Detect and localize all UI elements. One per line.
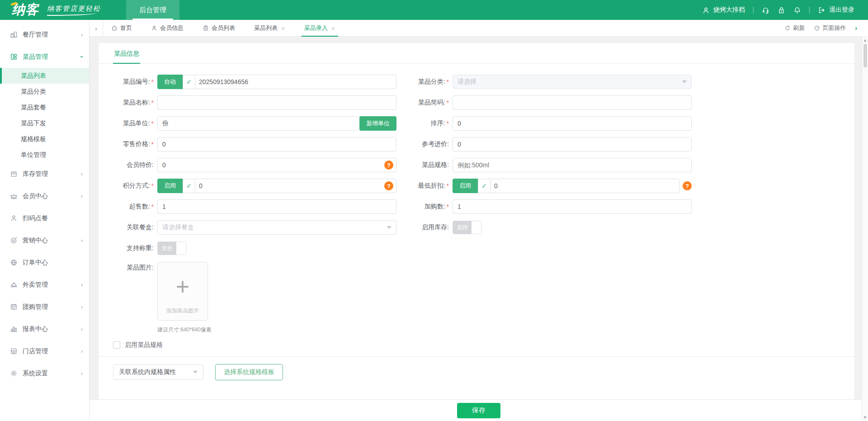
- field-dish-name: 菜品名称:*: [113, 95, 396, 110]
- sidebar-item-member-center[interactable]: 会员中心 ›: [0, 185, 89, 207]
- divider: [99, 356, 854, 357]
- sidebar-item-settings[interactable]: 系统设置 ›: [0, 362, 89, 384]
- dish-spec-input[interactable]: [458, 161, 687, 169]
- points-enable-button[interactable]: 启用: [157, 179, 183, 193]
- sidebar-item-scan-order[interactable]: 扫码点餐: [0, 207, 89, 229]
- enable-spec-checkbox[interactable]: [113, 341, 120, 349]
- field-label: 起售数:*: [113, 203, 157, 211]
- tab-home[interactable]: 首页: [108, 20, 135, 36]
- linked-box-select[interactable]: 请选择餐盒: [157, 220, 396, 235]
- sidebar-item-reports[interactable]: 报表中心 ›: [0, 318, 89, 340]
- spec-template-row: 关联系统内规格属性 选择系统规格模板: [113, 364, 840, 380]
- sidebar-item-groupbuy[interactable]: 团购管理 ›: [0, 296, 89, 318]
- ref-purchase-price-input[interactable]: [458, 141, 687, 148]
- save-button[interactable]: 保存: [457, 403, 500, 418]
- logout-button[interactable]: 退出登录: [818, 6, 854, 14]
- dish-grid-icon: [10, 53, 18, 61]
- scrollbar-thumb[interactable]: [863, 44, 867, 67]
- check-icon[interactable]: ✓: [183, 75, 195, 89]
- points-value-input[interactable]: [199, 182, 392, 189]
- choose-spec-template-button[interactable]: 选择系统规格模板: [215, 364, 283, 380]
- page-operations-button[interactable]: 页面操作: [814, 24, 846, 32]
- dish-code-input[interactable]: [199, 78, 392, 85]
- field-label: 菜品编号:*: [113, 78, 157, 86]
- scroll-up-icon[interactable]: ▲: [863, 37, 867, 44]
- auto-code-button[interactable]: 自动: [157, 75, 183, 89]
- upload-label: 添加菜品图片: [158, 307, 208, 315]
- sidebar-item-marketing[interactable]: 营销中心 ›: [0, 229, 89, 251]
- image-upload-dropzone[interactable]: + 添加菜品图片: [157, 262, 208, 321]
- logout-icon: [818, 6, 826, 14]
- member-price-input[interactable]: [162, 161, 392, 169]
- help-icon[interactable]: ?: [683, 181, 692, 190]
- dish-name-input[interactable]: [162, 99, 392, 106]
- field-min-discount: 最低折扣:* 启用 ✓ ?: [408, 179, 692, 193]
- sidebar-subitem-dish-list[interactable]: 菜品列表: [0, 68, 89, 84]
- min-sale-qty-input[interactable]: [162, 203, 392, 210]
- chevron-right-icon: ›: [81, 193, 83, 199]
- sidebar-item-dish-management[interactable]: 菜品管理 ›: [0, 46, 89, 68]
- bell-icon[interactable]: [793, 6, 801, 14]
- tab-member-list[interactable]: 会员列表: [200, 20, 238, 36]
- tab-dish-entry[interactable]: 菜品录入 ×: [302, 20, 338, 36]
- check-icon[interactable]: ✓: [183, 179, 195, 193]
- scroll-down-icon[interactable]: ▼: [863, 414, 867, 421]
- field-label: 菜品简码:*: [408, 99, 453, 107]
- field-label: 支持称重:: [113, 244, 157, 252]
- support-headset-icon[interactable]: [762, 6, 769, 14]
- stock-box-icon: [10, 170, 18, 178]
- lock-icon[interactable]: [778, 6, 785, 14]
- topnav-tab-backend[interactable]: 后台管理: [126, 0, 179, 20]
- required-asterisk: *: [447, 78, 449, 85]
- sidebar-item-stores[interactable]: 门店管理 ›: [0, 340, 89, 362]
- add-unit-button[interactable]: 新增单位: [359, 116, 396, 131]
- field-weighing: 支持称重: 支持: [113, 241, 396, 255]
- field-label: 最低折扣:*: [408, 182, 453, 190]
- refresh-button[interactable]: 刷新: [784, 24, 805, 32]
- help-icon[interactable]: ?: [384, 161, 393, 170]
- help-icon[interactable]: ?: [384, 181, 393, 190]
- sidebar-subitem-dish-combo[interactable]: 菜品套餐: [0, 99, 89, 115]
- sidebar-subitem-dish-category[interactable]: 菜品分类: [0, 84, 89, 99]
- retail-price-input[interactable]: [162, 141, 392, 148]
- section-tab-dish-info[interactable]: 菜品信息: [113, 43, 140, 64]
- weighing-toggle[interactable]: 支持: [157, 241, 186, 255]
- enable-stock-toggle[interactable]: 启用: [453, 221, 481, 234]
- dish-shortcode-input[interactable]: [458, 99, 687, 106]
- sidebar-item-stock[interactable]: 库存管理 ›: [0, 163, 89, 185]
- tab-member-info[interactable]: 会员信息: [148, 20, 186, 36]
- spec-attribute-select[interactable]: 关联系统内规格属性: [113, 364, 203, 380]
- close-icon[interactable]: ×: [331, 24, 335, 32]
- sidebar-item-restaurant[interactable]: 餐厅管理 ›: [0, 24, 89, 46]
- discount-enable-button[interactable]: 启用: [453, 179, 478, 193]
- sidebar-subitem-dish-dispatch[interactable]: 菜品下发: [0, 115, 89, 131]
- select-placeholder: 请选择餐盒: [162, 223, 194, 232]
- logo: 纳客 纳客管店更轻松: [0, 0, 101, 20]
- sort-input[interactable]: [458, 120, 687, 127]
- min-discount-input[interactable]: [494, 182, 675, 189]
- enable-spec-row: 启用菜品规格: [113, 341, 840, 349]
- sidebar-subitem-unit-management[interactable]: 单位管理: [0, 147, 89, 163]
- collapse-sidebar-icon[interactable]: ›: [90, 20, 103, 36]
- user-menu[interactable]: 烧烤大排档: [702, 6, 745, 14]
- dish-unit-input[interactable]: [162, 120, 392, 127]
- field-sort: 排序:*: [408, 116, 692, 131]
- sidebar-item-label: 菜品管理: [23, 53, 48, 61]
- dish-category-select[interactable]: 请选择: [453, 75, 692, 89]
- gauge-icon: [814, 25, 820, 31]
- field-label: 启用库存:: [408, 223, 453, 232]
- sidebar-item-takeout[interactable]: 外卖管理 ›: [0, 274, 89, 296]
- add-qty-input[interactable]: [458, 203, 687, 210]
- toggle-label: 启用: [453, 221, 472, 234]
- chevron-right-icon: ›: [81, 170, 83, 177]
- more-chevron-icon[interactable]: ›: [855, 24, 857, 32]
- sidebar-subitem-spec-template[interactable]: 规格模板: [0, 131, 89, 147]
- user-name: 烧烤大排档: [713, 6, 745, 14]
- required-asterisk: *: [447, 120, 449, 127]
- dish-entry-card: 菜品信息 菜品编号:* 自动 ✓: [99, 43, 854, 399]
- check-icon[interactable]: ✓: [478, 179, 491, 193]
- tab-dish-list[interactable]: 菜品列表 ×: [251, 20, 288, 36]
- sidebar-item-order-center[interactable]: 订单中心: [0, 251, 89, 274]
- vertical-scrollbar[interactable]: ▲ ▼: [862, 37, 868, 421]
- close-icon[interactable]: ×: [281, 24, 285, 32]
